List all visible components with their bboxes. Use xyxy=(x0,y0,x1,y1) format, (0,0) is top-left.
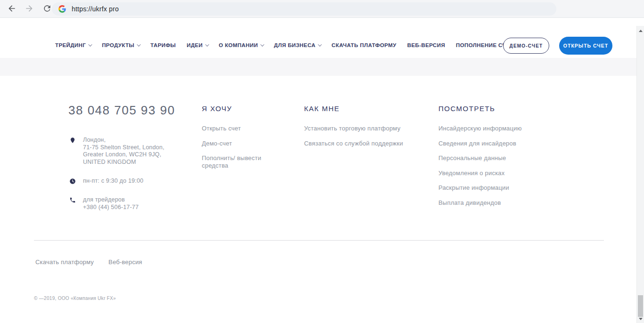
nav-item-7[interactable]: ВЕБ-ВЕРСИЯ xyxy=(407,42,445,48)
page: https://ukrfx pro ТРЕЙДИНГПРОДУКТЫТАРИФЫ… xyxy=(0,0,644,323)
browser-forward-icon[interactable] xyxy=(24,3,35,15)
browser-back-icon[interactable] xyxy=(6,3,17,15)
footer-link[interactable]: Демо-счет xyxy=(202,140,280,147)
footer-link[interactable]: Инсайдерскую информацию xyxy=(438,125,547,132)
location-pin-icon xyxy=(69,137,76,166)
main-nav: ТРЕЙДИНГПРОДУКТЫТАРИФЫИДЕИО КОМПАНИИДЛЯ … xyxy=(55,34,518,56)
chevron-down-icon xyxy=(205,42,209,46)
nav-item-label: ПРОДУКТЫ xyxy=(102,42,134,48)
nav-item-1[interactable]: ПРОДУКТЫ xyxy=(102,42,140,48)
footer-column-0: Я ХОЧУОткрыть счетДемо-счетПополнить/ вы… xyxy=(202,105,280,177)
nav-item-label: СКАЧАТЬ ПЛАТФОРМУ xyxy=(331,42,396,48)
footer-link[interactable]: Персональные данные xyxy=(438,154,547,162)
footer-bottom-links: Скачать платформуВеб-версия xyxy=(35,258,142,266)
contact-item: пн-пт: с 9:30 до 19:00 xyxy=(69,178,143,187)
browser-refresh-icon[interactable] xyxy=(41,3,53,15)
footer-link[interactable]: Выплата дивидендов xyxy=(438,199,547,207)
footer-column-title: КАК МНЕ xyxy=(304,105,427,112)
contact-item: для трейдеров+380 (44) 506-17-77 xyxy=(69,196,139,211)
footer-link[interactable]: Сведения для инсайдеров xyxy=(438,140,547,147)
contact-text: пн-пт: с 9:30 до 19:00 xyxy=(83,178,143,187)
footer-column-1: КАК МНЕУстановить торговую платформуСвяз… xyxy=(304,105,427,154)
address-bar[interactable]: https://ukrfx pro xyxy=(52,2,556,16)
footer-link[interactable]: Связаться со службой поддержки xyxy=(304,140,427,147)
footer-link[interactable]: Установить торговую платформу xyxy=(304,125,427,132)
footer-link[interactable]: Пополнить/ вывести средства xyxy=(202,154,280,169)
nav-item-0[interactable]: ТРЕЙДИНГ xyxy=(55,42,91,48)
footer-column-2: ПОСМОТРЕТЬИнсайдерскую информациюСведени… xyxy=(438,105,547,214)
nav-item-6[interactable]: СКАЧАТЬ ПЛАТФОРМУ xyxy=(331,42,396,48)
nav-item-label: ИДЕИ xyxy=(187,42,203,48)
footer-divider xyxy=(34,240,604,241)
chevron-down-icon xyxy=(318,42,322,46)
scrollbar[interactable] xyxy=(636,26,644,323)
nav-item-4[interactable]: О КОМПАНИИ xyxy=(219,42,263,48)
nav-item-2[interactable]: ТАРИФЫ xyxy=(150,42,176,48)
google-favicon xyxy=(58,5,66,13)
footer-column-title: Я ХОЧУ xyxy=(202,105,280,112)
scrollbar-down-arrow-icon[interactable] xyxy=(639,318,643,320)
phone-icon xyxy=(69,196,76,211)
open-account-button[interactable]: ОТКРЫТЬ СЧЕТ xyxy=(559,37,612,55)
nav-item-5[interactable]: ДЛЯ БИЗНЕСА xyxy=(274,42,321,48)
nav-item-label: ТАРИФЫ xyxy=(150,42,176,48)
footer-link[interactable]: Раскрытие информации xyxy=(438,184,547,192)
header-gray-band xyxy=(0,58,636,76)
bottom-link-0[interactable]: Скачать платформу xyxy=(35,258,94,266)
chevron-down-icon xyxy=(88,42,92,46)
chevron-down-icon xyxy=(260,42,264,46)
browser-chrome: https://ukrfx pro xyxy=(0,0,644,18)
footer-link[interactable]: Открыть счет xyxy=(202,125,280,132)
demo-account-button[interactable]: ДЕМО-СЧЕТ xyxy=(503,38,549,54)
nav-item-3[interactable]: ИДЕИ xyxy=(187,42,208,48)
scrollbar-thumb[interactable] xyxy=(638,295,643,317)
footer-link[interactable]: Уведомления о рисках xyxy=(438,170,547,177)
scrollbar-up-arrow-icon[interactable] xyxy=(639,30,643,32)
contact-item: Лондон,71-75 Shelton Street, London,Grea… xyxy=(69,137,165,166)
nav-item-label: ВЕБ-ВЕРСИЯ xyxy=(407,42,445,48)
contact-text: Лондон,71-75 Shelton Street, London,Grea… xyxy=(83,137,165,166)
bottom-link-1[interactable]: Веб-версия xyxy=(108,258,142,266)
url-text: https://ukrfx pro xyxy=(72,5,119,13)
copyright-text: © —2019, ООО «Компания Ukr FX» xyxy=(34,296,116,301)
contact-text: для трейдеров+380 (44) 506-17-77 xyxy=(83,196,139,211)
footer-phone-number: 38 048 705 93 90 xyxy=(68,103,175,118)
nav-item-label: ДЛЯ БИЗНЕСА xyxy=(274,42,315,48)
clock-icon xyxy=(69,178,76,187)
chevron-down-icon xyxy=(137,42,140,46)
nav-item-label: ТРЕЙДИНГ xyxy=(55,42,86,48)
footer-column-title: ПОСМОТРЕТЬ xyxy=(438,105,547,112)
nav-item-label: О КОМПАНИИ xyxy=(219,42,258,48)
